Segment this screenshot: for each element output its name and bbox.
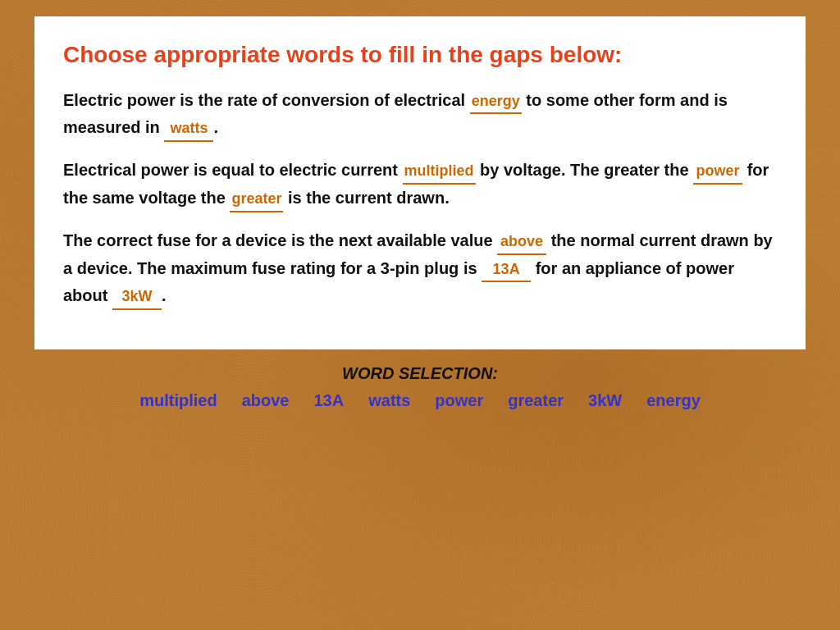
blank-greater: greater <box>230 187 283 212</box>
para2-text4: is the current drawn. <box>283 189 449 207</box>
paragraph-2: Electrical power is equal to electric cu… <box>63 157 777 212</box>
word-watts[interactable]: watts <box>368 391 410 410</box>
word-3kw[interactable]: 3kW <box>588 391 622 410</box>
blank-3kw: 3kW <box>112 285 162 310</box>
para2-text1: Electrical power is equal to electric cu… <box>63 161 403 179</box>
blank-energy: energy <box>470 89 522 115</box>
word-above[interactable]: above <box>242 391 290 410</box>
word-greater[interactable]: greater <box>508 391 564 410</box>
main-card: Choose appropriate words to fill in the … <box>34 16 806 349</box>
word-list: multiplied above 13A watts power greater… <box>51 391 789 410</box>
word-13a[interactable]: 13A <box>314 391 345 410</box>
blank-watts: watts <box>164 116 213 142</box>
blank-multiplied: multiplied <box>403 159 476 185</box>
blank-above: above <box>497 230 546 255</box>
paragraph-3: The correct fuse for a device is the nex… <box>63 227 777 310</box>
para3-text4: . <box>162 286 167 304</box>
word-energy[interactable]: energy <box>646 391 701 410</box>
para1-text1: Electric power is the rate of conversion… <box>63 91 470 109</box>
para3-text1: The correct fuse for a device is the nex… <box>63 231 497 249</box>
word-power[interactable]: power <box>435 391 483 410</box>
paragraph-1: Electric power is the rate of conversion… <box>63 87 777 143</box>
page-title: Choose appropriate words to fill in the … <box>63 41 777 69</box>
para2-text2: by voltage. The greater the <box>476 161 694 179</box>
para1-text3: . <box>213 118 218 136</box>
blank-13a: 13A <box>482 258 531 283</box>
word-multiplied[interactable]: multiplied <box>139 391 217 410</box>
blank-power: power <box>693 159 742 185</box>
word-selection-label: WORD SELECTION: <box>51 364 789 383</box>
word-selection-area: WORD SELECTION: multiplied above 13A wat… <box>34 349 806 425</box>
